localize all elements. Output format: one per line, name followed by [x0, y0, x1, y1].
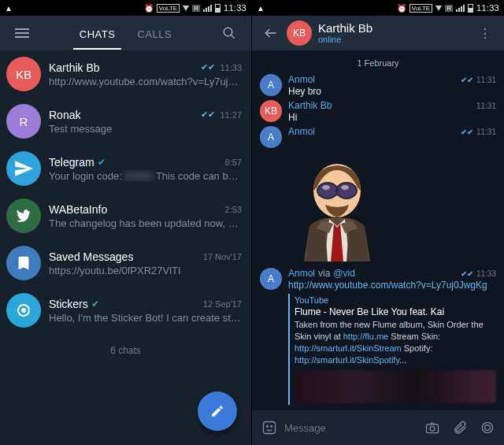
svg-rect-16	[482, 422, 492, 432]
preview-link[interactable]: http://smarturl.it/SkinSpotify	[295, 355, 399, 365]
chat-name: Ronak	[49, 109, 80, 121]
more-button[interactable]: ⋮	[469, 26, 501, 41]
via-bot[interactable]: @vid	[333, 268, 355, 279]
compose-fab[interactable]	[198, 391, 237, 431]
svg-point-10	[341, 185, 349, 190]
preview-thumbnail	[295, 370, 496, 403]
preview-title: Flume - Never Be Like You feat. Kai	[295, 306, 496, 317]
alarm-icon: ⏰	[144, 4, 154, 13]
read-checks-icon: ✔✔	[461, 76, 473, 84]
chat-avatar: KB	[6, 57, 41, 91]
message-row[interactable]: AAnmol via @vid✔✔ 11:33http://www.youtub…	[252, 266, 504, 406]
message-time: 11:33	[476, 269, 496, 278]
chat-preview: Your login code: 00000 This code can be …	[49, 170, 242, 182]
tab-chats[interactable]: CHATS	[69, 17, 127, 50]
preview-site: YouTube	[295, 295, 496, 305]
message-row[interactable]: AAnmol✔✔ 11:31Hey bro	[252, 72, 504, 98]
message-link[interactable]: http://www.youtube.com/watch?v=Ly7uj0Jwg…	[288, 280, 496, 291]
search-button[interactable]	[213, 26, 245, 40]
sticker[interactable]	[282, 151, 392, 261]
svg-point-15	[430, 426, 435, 431]
read-checks-icon: ✔✔	[461, 128, 473, 136]
volte-icon: VoLTE	[157, 4, 180, 13]
svg-rect-11	[263, 422, 275, 434]
chat-time: 11:33	[220, 63, 242, 72]
search-icon	[222, 26, 236, 40]
verified-icon: ✔	[91, 299, 99, 310]
svg-rect-14	[426, 425, 438, 433]
chat-row[interactable]: Telegram✔8:57Your login code: 00000 This…	[0, 145, 251, 192]
conversation-title-block[interactable]: Karthik Bb online	[318, 22, 469, 45]
svg-rect-8	[335, 189, 339, 191]
link-preview[interactable]: YouTubeFlume - Never Be Like You feat. K…	[288, 294, 496, 405]
svg-point-6	[317, 183, 338, 198]
message-avatar: A	[260, 74, 282, 96]
chat-preview: The changelog has been updated now, addi…	[49, 217, 242, 229]
back-arrow-icon	[263, 25, 279, 41]
chat-list[interactable]: KBKarthik Bb✔✔11:33http://www.youtube.co…	[0, 50, 251, 334]
battery-icon	[215, 4, 220, 13]
status-clock: 11:33	[224, 3, 246, 13]
back-button[interactable]	[255, 25, 287, 41]
alarm-icon: ⏰	[397, 4, 406, 13]
tabs: CHATS CALLS	[38, 17, 213, 50]
chat-row[interactable]: Stickers✔12 Sep'17Hello, I'm the Sticker…	[0, 287, 251, 334]
message-time: 11:31	[476, 102, 496, 110]
image-indicator-icon: ▲	[257, 4, 265, 13]
chat-avatar	[6, 198, 41, 233]
conversation-avatar[interactable]: KB	[287, 20, 312, 46]
chat-time: 8:57	[225, 158, 242, 167]
chat-row[interactable]: WABetaInfo2:53The changelog has been upd…	[0, 192, 251, 239]
camera-icon	[424, 420, 440, 436]
chat-preview: Test message	[49, 123, 242, 135]
svg-point-3	[21, 308, 26, 313]
verified-icon: ✔	[98, 157, 106, 168]
paperclip-icon	[452, 420, 468, 436]
volte-icon: VoLTE	[410, 4, 432, 13]
chat-avatar: R	[6, 104, 41, 139]
chat-name: WABetaInfo	[49, 203, 107, 216]
emoji-button[interactable]	[257, 420, 281, 436]
message-input[interactable]	[284, 422, 417, 434]
preview-link[interactable]: http://smarturl.it/SkinStream	[295, 343, 402, 353]
conversation-header: KB Karthik Bb online ⋮	[252, 16, 504, 50]
message-sender: Karthik Bb	[288, 100, 332, 111]
chat-row[interactable]: Saved Messages17 Nov'17https://youtu.be/…	[0, 239, 251, 287]
chat-row[interactable]: RRonak✔✔11:27Test message	[0, 98, 251, 145]
chat-preview: http://www.youtube.com/watch?v=Ly7uj0Jw…	[49, 76, 242, 87]
chat-time: 11:27	[220, 110, 242, 120]
smile-icon	[261, 420, 277, 436]
message-text: Hey bro	[288, 86, 496, 97]
message-row[interactable]: KBKarthik Bb11:31Hi	[252, 98, 504, 124]
message-sender: Anmol	[288, 126, 315, 137]
status-bar-left: ▲ ⏰ VoLTE R 11:33	[0, 0, 251, 16]
chat-name: Telegram	[49, 156, 94, 169]
attach-button[interactable]	[447, 420, 472, 436]
camera-button[interactable]	[420, 420, 444, 436]
conversation-status: online	[318, 35, 469, 44]
status-clock: 11:33	[476, 3, 499, 13]
image-indicator-icon: ▲	[5, 4, 13, 13]
chat-count: 6 chats	[0, 334, 251, 367]
message-avatar: KB	[260, 100, 282, 122]
svg-line-1	[231, 35, 235, 39]
message-time: 11:31	[476, 128, 496, 136]
menu-button[interactable]	[6, 26, 38, 40]
chat-time: 12 Sep'17	[203, 299, 242, 309]
left-header: CHATS CALLS	[0, 16, 251, 50]
preview-description: Taken from the new Flume album, Skin Ord…	[295, 319, 496, 365]
chat-list-pane: ▲ ⏰ VoLTE R 11:33 CHATS CALLS KBKarthik …	[0, 0, 252, 445]
svg-point-9	[322, 185, 330, 190]
preview-link[interactable]: http://flu.me	[343, 332, 388, 341]
tab-calls[interactable]: CALLS	[126, 17, 183, 50]
lte-icon	[435, 6, 442, 11]
chat-row[interactable]: KBKarthik Bb✔✔11:33http://www.youtube.co…	[0, 50, 251, 98]
read-checks-icon: ✔✔	[461, 269, 473, 278]
mic-button[interactable]	[475, 420, 499, 436]
conversation-title: Karthik Bb	[318, 22, 469, 35]
chat-time: 2:53	[225, 205, 242, 214]
message-area[interactable]: 1 February AAnmol✔✔ 11:31Hey broKBKarthi…	[252, 50, 504, 410]
status-bar-right: ▲ ⏰ VoLTE R 11:33	[252, 0, 504, 16]
message-row[interactable]: AAnmol✔✔ 11:31	[252, 124, 504, 150]
conversation-pane: ▲ ⏰ VoLTE R 11:33 KB Karthik Bb online ⋮…	[252, 0, 504, 445]
